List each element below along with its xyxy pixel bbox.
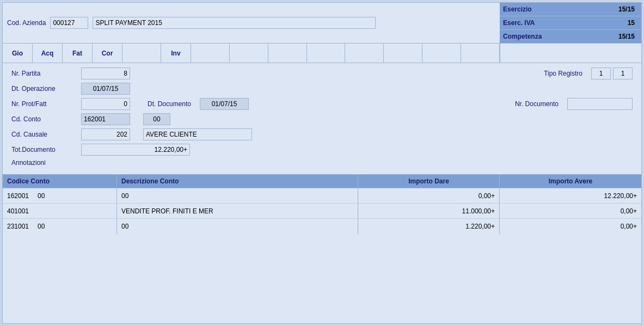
esercizio-label: Esercizio (503, 5, 611, 13)
header-right: Esercizio 15/15 Eserc. IVA 15 Competenza… (500, 3, 641, 43)
form-row-annotazioni: Annotazioni (11, 159, 633, 167)
table-row: 162001 00 00 0,00+ 12.220,00+ (3, 188, 641, 204)
nr-prot-fatt-label: Nr. Prot/Fatt (11, 100, 77, 108)
cod-azienda-input[interactable] (50, 17, 88, 29)
competenza-value: 15/15 (611, 32, 638, 41)
form-row-causale: Cd. Causale (11, 128, 633, 140)
row1-sub: 00 (38, 192, 45, 200)
nr-documento-label: Nr. Documento (515, 100, 559, 108)
col-header-codice: Codice Conto (3, 175, 117, 188)
row2-avere-value: 0,00+ (621, 207, 637, 215)
form-section: Nr. Partita Tipo Registro Dt. Operazione… (3, 63, 641, 175)
tipo-registro-input1[interactable] (591, 67, 611, 79)
nr-prot-fatt-input[interactable] (81, 98, 130, 110)
dt-operazione-input[interactable] (81, 83, 130, 95)
dt-operazione-label: Dt. Operazione (11, 85, 77, 93)
row3-descrizione: 00 (117, 219, 358, 234)
row2-desc-value: VENDITE PROF. FINITI E MER (121, 207, 213, 215)
dt-documento-label: Dt. Documento (148, 100, 191, 108)
form-row-prot: Nr. Prot/Fatt Dt. Documento Nr. Document… (11, 98, 633, 110)
tipo-registro-input2[interactable] (613, 67, 633, 79)
data-table: Codice Conto Descrizione Conto Importo D… (3, 175, 641, 234)
eserc-iva-row: Eserc. IVA 15 (500, 16, 641, 30)
eserc-iva-label: Eserc. IVA (503, 19, 611, 27)
cd-causale-desc-input[interactable] (143, 128, 252, 140)
row3-codice-value: 231001 (7, 223, 29, 230)
form-row-dt-operazione: Dt. Operazione (11, 83, 633, 95)
competenza-label: Competenza (503, 33, 611, 40)
tab-empty-1 (122, 44, 161, 63)
tab-right-space (500, 44, 641, 63)
row2-codice-value: 401001 (7, 207, 29, 215)
table-row: 401001 VENDITE PROF. FINITI E MER 11.000… (3, 204, 641, 219)
annotazioni-label: Annotazioni (11, 159, 77, 167)
tab-empty-9 (461, 44, 500, 63)
tab-empty-2 (191, 44, 230, 63)
table-row: 231001 00 00 1.220,00+ 0,00+ (3, 219, 641, 234)
esercizio-row: Esercizio 15/15 (500, 3, 641, 16)
row1-codice-value: 162001 (7, 192, 29, 200)
tab-gio[interactable]: Gio (3, 44, 33, 63)
header-left: Cod. Azienda (3, 3, 500, 43)
tab-cor[interactable]: Cor (93, 44, 122, 63)
row3-avere-value: 0,00+ (621, 223, 637, 230)
cd-conto-label: Cd. Conto (11, 115, 77, 123)
nr-partita-input[interactable] (81, 67, 130, 79)
tot-documento-label: Tot.Documento (11, 146, 77, 153)
nr-documento-input[interactable] (567, 98, 633, 110)
form-row-conto: Cd. Conto (11, 113, 633, 125)
competenza-row: Competenza 15/15 (500, 30, 641, 43)
tab-empty-7 (384, 44, 422, 63)
row1-codice: 162001 00 (3, 188, 117, 203)
row3-avere: 0,00+ (500, 219, 641, 234)
col-header-dare: Importo Dare (358, 175, 500, 188)
row3-dare-value: 1.220,00+ (465, 223, 495, 230)
row1-desc-value: 00 (121, 192, 128, 200)
eserc-iva-value: 15 (611, 18, 638, 28)
row2-descrizione: VENDITE PROF. FINITI E MER (117, 204, 358, 218)
col-header-descrizione: Descrizione Conto (117, 175, 358, 188)
tab-empty-3 (230, 44, 268, 63)
tipo-registro-label: Tipo Registro (544, 70, 582, 77)
nr-partita-label: Nr. Partita (11, 70, 77, 77)
row2-avere: 0,00+ (500, 204, 641, 218)
row3-dare: 1.220,00+ (358, 219, 500, 234)
form-row-tot: Tot.Documento (11, 144, 633, 156)
table-header: Codice Conto Descrizione Conto Importo D… (3, 175, 641, 188)
row1-descrizione: 00 (117, 188, 358, 203)
cd-conto-input[interactable] (81, 113, 130, 125)
tab-inv[interactable]: Inv (161, 44, 191, 63)
cd-causale-input[interactable] (81, 128, 130, 140)
form-row-partita: Nr. Partita Tipo Registro (11, 67, 633, 79)
row3-desc-value: 00 (121, 223, 128, 230)
row2-dare-value: 11.000,00+ (462, 207, 495, 215)
cd-causale-label: Cd. Causale (11, 131, 77, 138)
main-container: Cod. Azienda Esercizio 15/15 Eserc. IVA … (2, 2, 642, 324)
row2-codice: 401001 (3, 204, 117, 218)
azienda-name-input[interactable] (93, 17, 376, 29)
tab-empty-5 (307, 44, 346, 63)
tab-row: Gio Acq Fat Cor Inv (3, 44, 641, 63)
top-section: Cod. Azienda Esercizio 15/15 Eserc. IVA … (3, 3, 641, 44)
row2-dare: 11.000,00+ (358, 204, 500, 218)
tab-acq[interactable]: Acq (33, 44, 63, 63)
row1-avere-value: 12.220,00+ (604, 192, 637, 200)
row3-sub: 00 (38, 223, 45, 230)
col-header-avere: Importo Avere (500, 175, 641, 188)
cd-conto-sub-input[interactable] (143, 113, 170, 125)
tipo-registro-group (591, 67, 633, 79)
tab-empty-4 (268, 44, 307, 63)
row3-codice: 231001 00 (3, 219, 117, 234)
tab-empty-6 (345, 44, 384, 63)
dt-documento-input[interactable] (200, 98, 249, 110)
tab-empty-8 (422, 44, 461, 63)
esercizio-value: 15/15 (611, 4, 638, 14)
row1-dare: 0,00+ (358, 188, 500, 203)
row1-avere: 12.220,00+ (500, 188, 641, 203)
tot-documento-input[interactable] (81, 144, 190, 156)
cod-azienda-label: Cod. Azienda (7, 19, 46, 27)
tab-fat[interactable]: Fat (63, 44, 93, 63)
row1-dare-value: 0,00+ (479, 192, 495, 200)
